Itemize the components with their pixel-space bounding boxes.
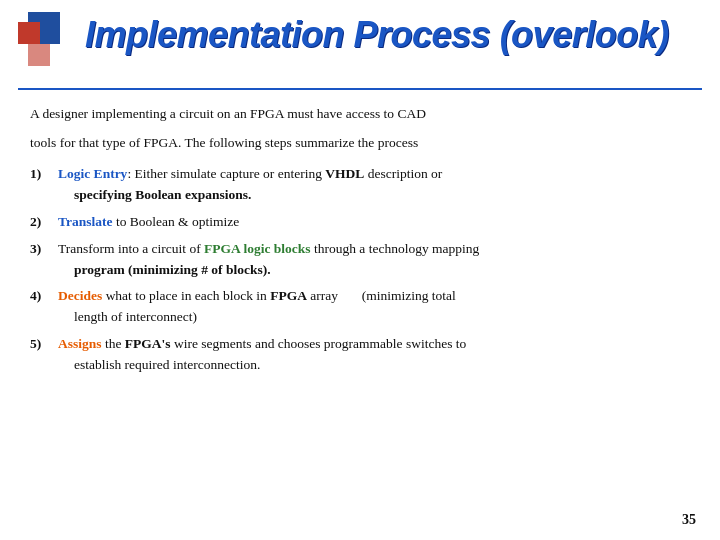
list-content-2: Translate to Boolean & optimize	[58, 212, 692, 233]
item3-text2: through a technology mapping	[311, 241, 480, 256]
slide-content: A designer implementing a circuit on an …	[30, 104, 692, 382]
item1-or: or	[263, 166, 274, 181]
fpga-logic-blocks-label: FPGA logic blocks	[204, 241, 311, 256]
list-item-2: 2) Translate to Boolean & optimize	[30, 212, 692, 233]
title-divider	[18, 88, 702, 90]
item1-text2: entering VHDL description or	[274, 166, 442, 181]
item1-cont-text: specifying Boolean expansions.	[74, 187, 251, 202]
intro-text-2: tools for that type of FPGA. The followi…	[30, 135, 418, 150]
item3-continuation: program (minimizing # of blocks).	[58, 260, 692, 281]
slide-title: Implementation Process (overlook)	[85, 14, 700, 55]
list-item-4: 4) Decides what to place in each block i…	[30, 286, 692, 328]
list-number-4: 4)	[30, 286, 58, 307]
list-item-5: 5) Assigns the FPGA's wire segments and …	[30, 334, 692, 376]
item4-text1: what to place in each block in FPGA arra…	[102, 288, 456, 303]
list-number-3: 3)	[30, 239, 58, 260]
item5-cont-text: establish required interconnection.	[74, 357, 260, 372]
item3-text1: Transform into a circuit of	[58, 241, 204, 256]
item1-text1: : Either simulate capture	[127, 166, 263, 181]
list-number-2: 2)	[30, 212, 58, 233]
list-content-5: Assigns the FPGA's wire segments and cho…	[58, 334, 692, 376]
intro-text-1: A designer implementing a circuit on an …	[30, 106, 426, 121]
logo-square-red	[18, 22, 40, 44]
page-number: 35	[682, 512, 696, 528]
list-item-1: 1) Logic Entry: Either simulate capture …	[30, 164, 692, 206]
item5-text1: the FPGA's wire segments and chooses pro…	[102, 336, 467, 351]
list-number-1: 1)	[30, 164, 58, 185]
list-content-3: Transform into a circuit of FPGA logic b…	[58, 239, 692, 281]
item2-text: to Boolean & optimize	[113, 214, 240, 229]
translate-label: Translate	[58, 214, 113, 229]
list-item-3: 3) Transform into a circuit of FPGA logi…	[30, 239, 692, 281]
item4-cont-text: length of interconnect)	[74, 309, 197, 324]
item4-continuation: length of interconnect)	[58, 307, 692, 328]
list-content-1: Logic Entry: Either simulate capture or …	[58, 164, 692, 206]
list-number-5: 5)	[30, 334, 58, 355]
decides-label: Decides	[58, 288, 102, 303]
slide: Implementation Process (overlook) A desi…	[0, 0, 720, 540]
logic-entry-label: Logic Entry	[58, 166, 127, 181]
item3-cont-text: program (minimizing # of blocks).	[74, 262, 271, 277]
list-content-4: Decides what to place in each block in F…	[58, 286, 692, 328]
logo-square-red-small	[28, 44, 50, 66]
item5-continuation: establish required interconnection.	[58, 355, 692, 376]
intro-line1: A designer implementing a circuit on an …	[30, 104, 692, 125]
assigns-label: Assigns	[58, 336, 102, 351]
logo-squares	[18, 12, 78, 72]
intro-line2: tools for that type of FPGA. The followi…	[30, 133, 692, 154]
item1-continuation: specifying Boolean expansions.	[58, 185, 692, 206]
logo	[18, 12, 78, 72]
